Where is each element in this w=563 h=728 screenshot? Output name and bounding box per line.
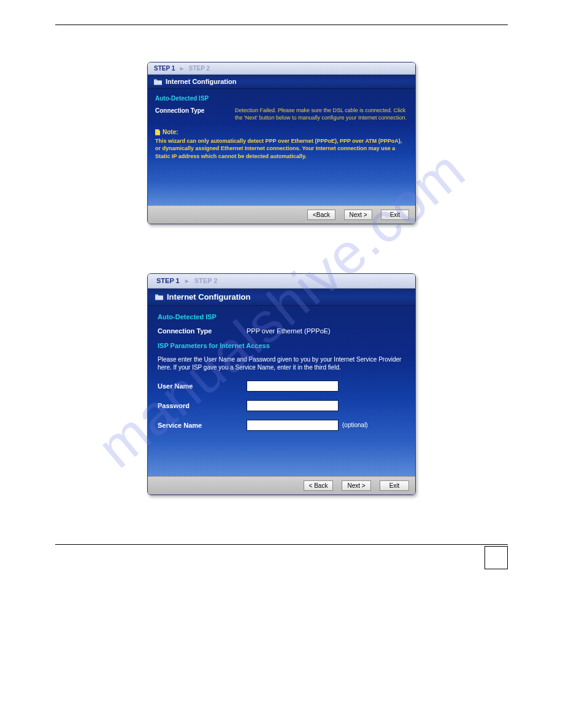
wizard-title: Internet Configuration — [167, 292, 251, 301]
connection-type-row: Connection Type PPP over Ethernet (PPPoE… — [158, 327, 405, 336]
user-name-label: User Name — [158, 382, 247, 390]
connection-type-value: PPP over Ethernet (PPPoE) — [247, 327, 405, 336]
title-bar: Internet Configuration — [148, 75, 415, 89]
wizard-title: Internet Configuration — [166, 78, 237, 85]
exit-button[interactable]: Exit — [381, 210, 409, 220]
service-name-label: Service Name — [158, 422, 247, 429]
step-inactive: STEP 2 — [189, 65, 210, 72]
step-separator: ▸ — [180, 65, 183, 72]
back-button[interactable]: <Back — [307, 210, 335, 220]
wizard-content: Auto-Detected ISP Connection Type Detect… — [148, 89, 415, 205]
isp-params-description: Please enter the User Name and Password … — [158, 355, 405, 372]
connection-type-row: Connection Type Detection Failed. Please… — [155, 107, 408, 121]
section-heading: Auto-Detected ISP — [155, 95, 408, 102]
connection-type-value: Detection Failed. Please make sure the D… — [235, 107, 408, 121]
step-inactive: STEP 2 — [194, 277, 218, 284]
page-number-box — [484, 546, 508, 569]
folder-icon — [155, 294, 163, 300]
password-row: Password — [158, 400, 405, 411]
password-input[interactable] — [247, 400, 339, 411]
step-bar: STEP 1 ▸ STEP 2 — [148, 63, 415, 75]
note-label: Note: — [163, 129, 178, 135]
next-button[interactable]: Next > — [342, 480, 371, 491]
section-heading: Auto-Detected ISP — [158, 313, 405, 320]
page-bottom-rule — [55, 544, 508, 545]
step-active: STEP 1 — [154, 65, 175, 72]
exit-button[interactable]: Exit — [380, 480, 409, 491]
note-icon — [155, 129, 160, 135]
folder-icon — [154, 78, 162, 85]
page-top-rule — [55, 25, 508, 25]
wizard-detection-failed: STEP 1 ▸ STEP 2 Internet Configuration A… — [147, 62, 416, 224]
button-bar: <Back Next > Exit — [148, 205, 415, 224]
step-active: STEP 1 — [156, 277, 180, 284]
wizard-pppoe-config: STEP 1 ▸ STEP 2 Internet Configuration A… — [147, 273, 416, 495]
wizard-content: Auto-Detected ISP Connection Type PPP ov… — [148, 306, 415, 476]
note-heading: Note: — [155, 129, 408, 135]
step-separator: ▸ — [185, 277, 189, 284]
connection-type-label: Connection Type — [155, 107, 235, 114]
note-body: This wizard can only automatically detec… — [155, 137, 408, 159]
password-label: Password — [158, 402, 247, 409]
connection-type-label: Connection Type — [158, 327, 247, 335]
user-name-input[interactable] — [247, 381, 339, 392]
isp-params-heading: ISP Parameters for Internet Access — [158, 342, 405, 349]
title-bar: Internet Configuration — [148, 289, 415, 306]
user-name-row: User Name — [158, 381, 405, 392]
service-name-suffix: (optional) — [342, 422, 368, 428]
service-name-row: Service Name (optional) — [158, 420, 405, 431]
back-button[interactable]: < Back — [304, 480, 333, 491]
step-bar: STEP 1 ▸ STEP 2 — [148, 274, 415, 289]
service-name-input[interactable] — [247, 420, 339, 431]
button-bar: < Back Next > Exit — [148, 476, 415, 495]
next-button[interactable]: Next > — [344, 210, 372, 220]
